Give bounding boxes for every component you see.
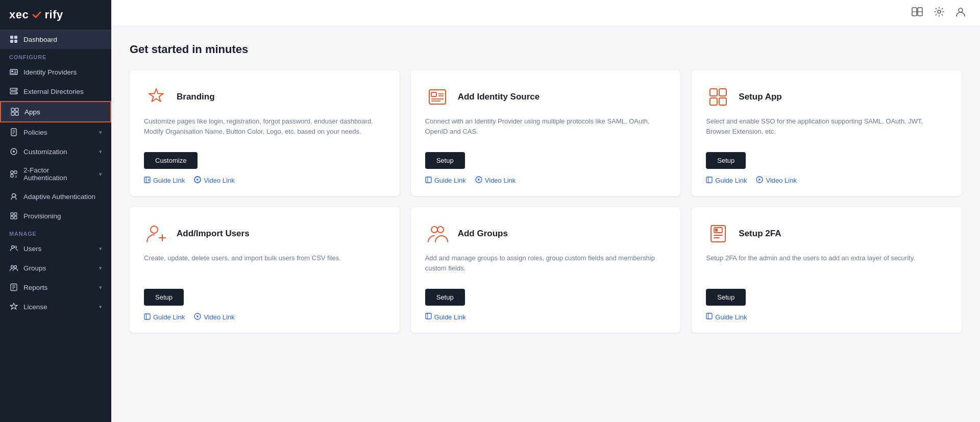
card-add-groups: Add Groups Add and manage groups to assi… xyxy=(411,207,681,333)
svg-rect-5 xyxy=(11,70,13,72)
customization-label: Customization xyxy=(23,148,67,156)
license-label: License xyxy=(23,303,47,311)
setup-2fa-guide-icon xyxy=(706,313,713,321)
identity-source-video-link[interactable]: Video Link xyxy=(475,176,516,185)
add-users-video-icon xyxy=(194,313,201,321)
sidebar-item-customization[interactable]: Customization ▾ xyxy=(0,142,111,161)
setup-app-video-link[interactable]: Video Link xyxy=(756,176,796,185)
setup-2fa-guide-link[interactable]: Guide Link xyxy=(706,313,747,321)
card-add-users-header: Add/Import Users xyxy=(144,221,385,246)
add-groups-guide-icon xyxy=(425,313,432,321)
sidebar-item-license[interactable]: License ▾ xyxy=(0,297,111,316)
setup-app-icon xyxy=(706,85,730,109)
svg-point-45 xyxy=(959,8,963,12)
svg-rect-16 xyxy=(15,112,18,115)
identity-source-setup-button[interactable]: Setup xyxy=(425,152,465,169)
cards-grid: Branding Customize pages like login, reg… xyxy=(130,70,962,333)
provisioning-label: Provisioning xyxy=(23,212,61,220)
sidebar-item-reports[interactable]: Reports ▾ xyxy=(0,278,111,297)
svg-rect-70 xyxy=(426,313,431,319)
sidebar-item-2fa[interactable]: 3 2-Factor Authentication ▾ xyxy=(0,161,111,187)
sidebar-item-apps[interactable]: Apps xyxy=(0,101,111,122)
svg-rect-55 xyxy=(426,177,431,183)
branding-customize-button[interactable]: Customize xyxy=(144,152,198,169)
add-groups-guide-link[interactable]: Guide Link xyxy=(425,313,466,321)
policies-icon xyxy=(9,128,18,137)
svg-rect-14 xyxy=(15,108,18,111)
setup-2fa-button[interactable]: Setup xyxy=(706,289,746,306)
book-icon[interactable] xyxy=(912,7,923,19)
sidebar-item-users[interactable]: Users ▾ xyxy=(0,239,111,258)
svg-point-32 xyxy=(12,246,14,249)
add-users-setup-button[interactable]: Setup xyxy=(144,289,184,306)
policies-chevron-icon: ▾ xyxy=(99,129,102,136)
setup-app-title: Setup App xyxy=(739,92,781,102)
add-groups-setup-button[interactable]: Setup xyxy=(425,289,465,306)
identity-guide-icon xyxy=(425,177,432,185)
sidebar-item-dashboard[interactable]: Dashboard xyxy=(0,30,111,49)
2fa-label: 2-Factor Authentication xyxy=(23,166,94,182)
branding-desc: Customize pages like login, registration… xyxy=(144,116,385,143)
groups-label: Groups xyxy=(23,264,46,272)
branding-video-link[interactable]: Video Link xyxy=(194,176,234,185)
reports-chevron-icon: ▾ xyxy=(99,284,102,291)
card-setup-2fa: Setup 2FA Setup 2FA for the admin and th… xyxy=(692,207,962,333)
setup-app-guide-icon xyxy=(706,177,713,185)
logo-check-icon xyxy=(29,8,44,21)
svg-rect-75 xyxy=(715,229,718,232)
add-users-guide-link[interactable]: Guide Link xyxy=(144,313,185,321)
svg-rect-31 xyxy=(14,216,17,219)
add-users-video-link[interactable]: Video Link xyxy=(194,313,234,321)
svg-rect-29 xyxy=(14,213,17,215)
svg-rect-23 xyxy=(11,171,13,173)
setup-app-button[interactable]: Setup xyxy=(706,152,746,169)
svg-rect-60 xyxy=(719,98,726,105)
branding-guide-link[interactable]: Guide Link xyxy=(144,177,185,185)
svg-rect-3 xyxy=(14,40,17,43)
setup-2fa-links: Guide Link xyxy=(706,313,947,321)
sidebar-item-adaptive-auth[interactable]: Adaptive Authentication xyxy=(0,187,111,206)
provisioning-icon xyxy=(9,211,18,220)
apps-label: Apps xyxy=(24,108,40,116)
add-users-title: Add/Import Users xyxy=(177,229,250,239)
manage-section-label: Manage xyxy=(0,226,111,239)
identity-source-links: Guide Link Video Link xyxy=(425,176,667,185)
card-identity-header: Add Identity Source xyxy=(425,85,667,109)
svg-point-35 xyxy=(14,266,17,268)
identity-providers-label: Identity Providers xyxy=(23,68,77,76)
card-add-groups-header: Add Groups xyxy=(425,221,667,246)
svg-point-22 xyxy=(13,151,15,153)
main-content: Get started in minutes Branding Customiz… xyxy=(111,0,980,422)
svg-rect-61 xyxy=(706,177,712,183)
configure-section-label: Configure xyxy=(0,49,111,62)
setup-app-guide-link[interactable]: Guide Link xyxy=(706,177,747,185)
card-branding-header: Branding xyxy=(144,85,385,109)
svg-rect-1 xyxy=(14,36,17,39)
setup-app-links: Guide Link Video Link xyxy=(706,176,947,185)
identity-source-title: Add Identity Source xyxy=(458,92,540,102)
user-profile-icon[interactable] xyxy=(955,7,966,19)
settings-icon[interactable] xyxy=(934,7,944,19)
license-chevron-icon: ▾ xyxy=(99,304,102,310)
card-branding: Branding Customize pages like login, reg… xyxy=(130,70,400,196)
sidebar-item-policies[interactable]: Policies ▾ xyxy=(0,122,111,142)
identity-source-guide-link[interactable]: Guide Link xyxy=(425,177,466,185)
video-link-icon xyxy=(194,176,201,185)
setup-app-desc: Select and enable SSO for the applicatio… xyxy=(706,116,947,143)
svg-rect-24 xyxy=(14,171,17,173)
svg-point-33 xyxy=(15,246,17,248)
sidebar-item-provisioning[interactable]: Provisioning xyxy=(0,206,111,226)
add-groups-icon xyxy=(425,221,450,246)
sidebar-item-external-directories[interactable]: External Directories xyxy=(0,82,111,101)
card-add-identity-source: Add Identity Source Connect with an Iden… xyxy=(411,70,681,196)
svg-rect-0 xyxy=(10,36,13,39)
svg-text:3: 3 xyxy=(15,175,17,178)
card-add-users: Add/Import Users Create, update, delete … xyxy=(130,207,400,333)
svg-point-68 xyxy=(431,227,437,233)
license-icon xyxy=(9,302,18,311)
svg-rect-50 xyxy=(431,92,436,96)
adaptive-auth-label: Adaptive Authentication xyxy=(23,193,95,201)
sidebar-item-groups[interactable]: Groups ▾ xyxy=(0,258,111,278)
sidebar-item-identity-providers[interactable]: Identity Providers xyxy=(0,62,111,82)
svg-rect-76 xyxy=(706,313,712,319)
